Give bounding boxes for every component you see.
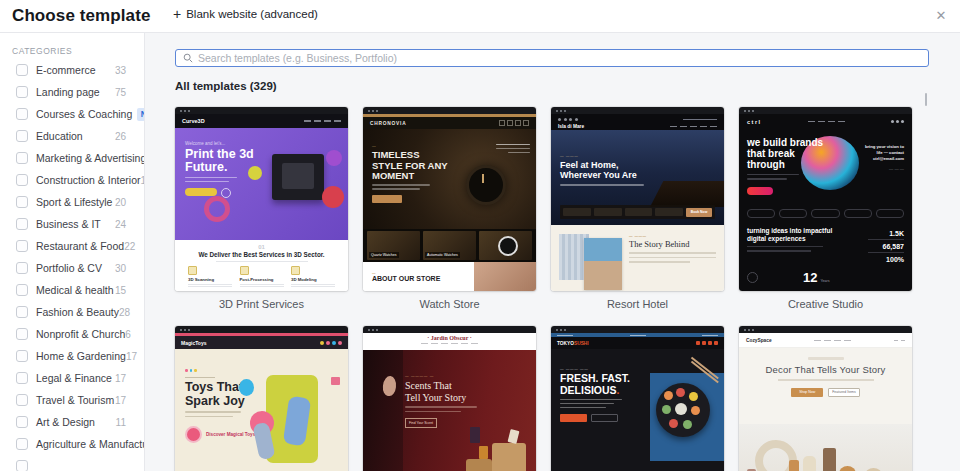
checkbox[interactable] — [16, 64, 28, 76]
checkbox[interactable] — [16, 196, 28, 208]
template-name: Watch Store — [363, 298, 536, 310]
search-input[interactable] — [198, 52, 921, 64]
sidebar-item-agriculture-manufacturing[interactable]: Agriculture & Manufacturing9 — [0, 433, 144, 455]
template-thumbnail[interactable]: CozySpace Decor That Tells Your Story Sh… — [739, 326, 912, 471]
checkbox[interactable] — [16, 350, 28, 362]
template-thumbnail[interactable]: CHRONOVIA — TIMELESS STYLE FOR ANY MOMEN… — [363, 107, 536, 291]
booking-bar: Book Now — [560, 205, 715, 219]
vases-photo — [739, 424, 912, 471]
checkbox[interactable] — [16, 240, 28, 252]
thumb-cta-button: Find Your Scent — [405, 418, 437, 428]
sidebar-item-legal-finance[interactable]: Legal & Finance17 — [0, 367, 144, 389]
model-photo — [474, 262, 536, 291]
checkbox[interactable] — [16, 460, 28, 471]
browser-chrome — [551, 326, 724, 333]
template-thumbnail[interactable]: MagicToys Toys ThatSpark Joy Discover Ma… — [175, 326, 348, 471]
thumb-logo: CozySpace — [746, 338, 772, 343]
checkbox[interactable] — [16, 284, 28, 296]
checkbox[interactable] — [16, 174, 28, 186]
dialog-header: Choose template + Blank website (advance… — [0, 0, 960, 33]
checkbox[interactable] — [16, 328, 28, 340]
checkbox[interactable] — [16, 372, 28, 384]
thumb-headline: TIMELESS STYLE FOR ANY MOMENT — [372, 150, 450, 182]
sidebar-item-home-gardening[interactable]: Home & Gardening17 — [0, 345, 144, 367]
template-name: Resort Hotel — [551, 298, 724, 310]
featured-items-button: Featured Items — [828, 388, 860, 397]
sidebar-item-travel-tourism[interactable]: Travel & Tourism17 — [0, 389, 144, 411]
template-thumbnail[interactable]: Curve3D Welcome and let's... Print the 3… — [175, 107, 348, 291]
sidebar-item-business-it[interactable]: Business & IT24 — [0, 213, 144, 235]
sidebar-item-partial[interactable] — [0, 455, 144, 471]
browser-chrome — [175, 107, 348, 114]
sidebar-item-nonprofit-church[interactable]: Nonprofit & Church6 — [0, 323, 144, 345]
scrollbar[interactable] — [925, 93, 927, 106]
template-card-toys: MagicToys Toys ThatSpark Joy Discover Ma… — [175, 326, 348, 471]
template-thumbnail[interactable]: Isla di Mare — ——— Feel at Home,Wherever… — [551, 107, 724, 291]
watch-graphic — [466, 165, 506, 205]
thumb-headline: Print the 3d Future. — [185, 148, 255, 174]
checkbox[interactable] — [16, 262, 28, 274]
thumb-headline: we build brands that break through — [747, 137, 831, 171]
browser-chrome — [551, 107, 724, 114]
thumb-logo: Isla di Mare — [558, 124, 584, 129]
sidebar-item-construction-interior[interactable]: Construction & Interior16 — [0, 169, 144, 191]
thumb-hero: — ——— —— FRESH. FAST.DELISIOUS. — [551, 349, 724, 471]
tag-pills — [747, 209, 904, 218]
watch-dial-graphic — [498, 236, 518, 256]
sidebar-item-education[interactable]: Education26 — [0, 125, 144, 147]
checkbox[interactable] — [16, 306, 28, 318]
sidebar-item-marketing-advertising[interactable]: Marketing & Advertising25 — [0, 147, 144, 169]
thumb-headline: FRESH. FAST.DELISIOUS. — [560, 373, 724, 396]
printer-graphic — [272, 154, 324, 200]
template-thumbnail[interactable]: TOKYOSUSHI — [551, 326, 724, 471]
thumb-logo: CHRONOVIA — [370, 121, 407, 126]
sidebar-item-restaurant-food[interactable]: Restaurant & Food22 — [0, 235, 144, 257]
thumb-logo: MagicToys — [181, 340, 206, 346]
thumb-headline: Feel at Home,Wherever You Are — [560, 160, 724, 181]
checkbox[interactable] — [16, 86, 28, 98]
thumb-cta-button — [560, 414, 587, 422]
template-name: Creative Studio — [739, 298, 912, 310]
close-icon[interactable]: ✕ — [931, 5, 951, 25]
resort-roof-graphic — [650, 181, 724, 207]
thumb-cta-button — [185, 188, 217, 196]
template-card-sushi: TOKYOSUSHI — [551, 326, 724, 471]
sidebar-item-fashion-beauty[interactable]: Fashion & Beauty28 — [0, 301, 144, 323]
template-thumbnail[interactable]: ctrl we build brands that break through … — [739, 107, 912, 291]
search-box[interactable] — [175, 49, 929, 67]
thumb-logo: · Jardin Obscur · — [363, 335, 536, 341]
sidebar-item-medical-health[interactable]: Medical & health15 — [0, 279, 144, 301]
thumb-logo: TOKYOSUSHI — [557, 341, 589, 346]
thumb-hero: — TIMELESS STYLE FOR ANY MOMENT — [363, 129, 536, 229]
checkbox[interactable] — [16, 394, 28, 406]
checkbox[interactable] — [16, 152, 28, 164]
checkbox[interactable] — [16, 438, 28, 450]
checkbox[interactable] — [16, 108, 28, 120]
thumb-hero: Decor That Tells Your Story Shop Now Fea… — [739, 348, 912, 424]
checkbox[interactable] — [16, 416, 28, 428]
sidebar-item-sport-lifestyle[interactable]: Sport & Lifestyle20 — [0, 191, 144, 213]
template-name: 3D Print Services — [175, 298, 348, 310]
sidebar-item-portfolio-cv[interactable]: Portfolio & CV30 — [0, 257, 144, 279]
checkbox[interactable] — [16, 218, 28, 230]
thumb-hero: Welcome and let's... Print the 3d Future… — [175, 128, 348, 240]
categories-heading: CATEGORIES — [0, 46, 144, 56]
blank-website-button[interactable]: + Blank website (advanced) — [173, 8, 318, 20]
thumb-cta-button — [372, 195, 402, 203]
sidebar-item-e-commerce[interactable]: E-commerce33 — [0, 59, 144, 81]
template-card-watch-store: CHRONOVIA — TIMELESS STYLE FOR ANY MOMEN… — [363, 107, 536, 310]
all-templates-heading: All templates (329) — [175, 80, 929, 92]
template-thumbnail[interactable]: · Jardin Obscur · — ———— — Scents ThatTe… — [363, 326, 536, 471]
template-card-perfume: · Jardin Obscur · — ———— — Scents ThatTe… — [363, 326, 536, 471]
sidebar-item-landing-page[interactable]: Landing page75 — [0, 81, 144, 103]
new-badge: New — [137, 108, 145, 121]
page-title: Choose template — [12, 6, 150, 26]
template-card-decor: CozySpace Decor That Tells Your Story Sh… — [739, 326, 912, 471]
blank-website-label: Blank website (advanced) — [186, 8, 318, 20]
browser-chrome — [175, 326, 348, 333]
checkbox[interactable] — [16, 130, 28, 142]
book-now-button: Book Now — [686, 208, 712, 217]
sidebar-item-art-design[interactable]: Art & Design11 — [0, 411, 144, 433]
sidebar-item-courses-coaching[interactable]: Courses & CoachingNew8 — [0, 103, 144, 125]
template-grid: Curve3D Welcome and let's... Print the 3… — [175, 107, 929, 471]
